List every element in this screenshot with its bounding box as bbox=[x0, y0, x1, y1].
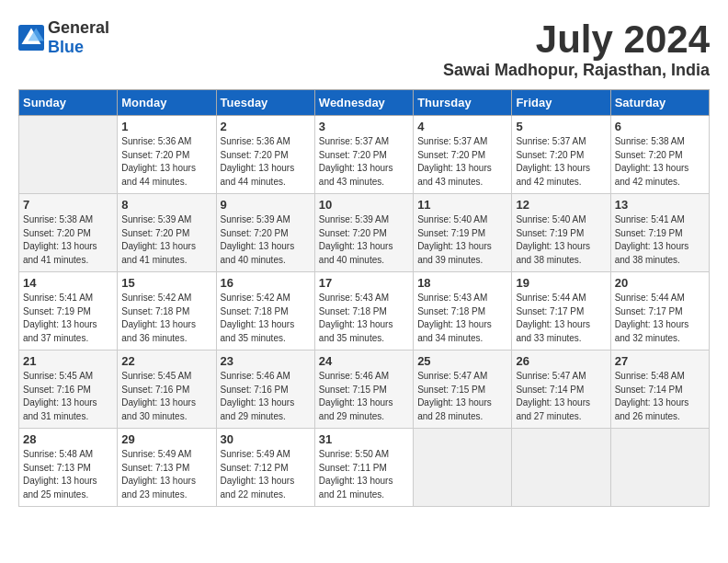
day-number: 26 bbox=[516, 354, 606, 368]
calendar-cell: 30Sunrise: 5:49 AMSunset: 7:12 PMDayligh… bbox=[216, 429, 314, 507]
weekday-header-thursday: Thursday bbox=[414, 90, 512, 116]
calendar-cell: 31Sunrise: 5:50 AMSunset: 7:11 PMDayligh… bbox=[314, 429, 413, 507]
calendar-cell: 12Sunrise: 5:40 AMSunset: 7:19 PMDayligh… bbox=[512, 194, 610, 272]
day-info: Sunrise: 5:41 AMSunset: 7:19 PMDaylight:… bbox=[615, 213, 705, 267]
week-row-5: 28Sunrise: 5:48 AMSunset: 7:13 PMDayligh… bbox=[19, 429, 710, 507]
day-info: Sunrise: 5:39 AMSunset: 7:20 PMDaylight:… bbox=[221, 213, 311, 267]
day-info: Sunrise: 5:50 AMSunset: 7:11 PMDaylight:… bbox=[319, 448, 409, 501]
weekday-header-monday: Monday bbox=[118, 90, 216, 116]
day-info: Sunrise: 5:47 AMSunset: 7:14 PMDaylight:… bbox=[516, 370, 606, 423]
logo-general: General bbox=[48, 18, 109, 37]
day-info: Sunrise: 5:42 AMSunset: 7:18 PMDaylight:… bbox=[121, 292, 211, 345]
day-number: 5 bbox=[516, 120, 606, 133]
day-number: 29 bbox=[121, 432, 211, 446]
logo: General Blue bbox=[18, 18, 109, 57]
calendar-cell: 3Sunrise: 5:37 AMSunset: 7:20 PMDaylight… bbox=[314, 116, 413, 194]
day-info: Sunrise: 5:48 AMSunset: 7:14 PMDaylight:… bbox=[615, 370, 705, 423]
day-number: 8 bbox=[121, 198, 211, 212]
day-info: Sunrise: 5:43 AMSunset: 7:18 PMDaylight:… bbox=[319, 292, 409, 345]
day-info: Sunrise: 5:36 AMSunset: 7:20 PMDaylight:… bbox=[221, 135, 311, 189]
weekday-header-saturday: Saturday bbox=[610, 90, 709, 116]
calendar-cell: 19Sunrise: 5:44 AMSunset: 7:17 PMDayligh… bbox=[512, 272, 610, 350]
day-number: 14 bbox=[23, 276, 113, 290]
calendar-cell: 2Sunrise: 5:36 AMSunset: 7:20 PMDaylight… bbox=[216, 116, 314, 194]
day-number: 18 bbox=[417, 276, 507, 290]
day-number: 7 bbox=[23, 198, 113, 212]
calendar-cell: 27Sunrise: 5:48 AMSunset: 7:14 PMDayligh… bbox=[610, 350, 709, 429]
calendar-cell: 28Sunrise: 5:48 AMSunset: 7:13 PMDayligh… bbox=[19, 429, 118, 507]
calendar-cell: 18Sunrise: 5:43 AMSunset: 7:18 PMDayligh… bbox=[414, 272, 512, 350]
calendar-cell: 15Sunrise: 5:42 AMSunset: 7:18 PMDayligh… bbox=[118, 272, 216, 350]
day-number: 3 bbox=[319, 120, 409, 133]
day-number: 4 bbox=[417, 120, 507, 133]
weekday-header-wednesday: Wednesday bbox=[314, 90, 413, 116]
day-info: Sunrise: 5:45 AMSunset: 7:16 PMDaylight:… bbox=[121, 370, 211, 423]
day-number: 30 bbox=[221, 432, 311, 446]
calendar-cell: 21Sunrise: 5:45 AMSunset: 7:16 PMDayligh… bbox=[19, 350, 118, 429]
weekday-header-tuesday: Tuesday bbox=[216, 90, 314, 116]
day-info: Sunrise: 5:40 AMSunset: 7:19 PMDaylight:… bbox=[417, 213, 507, 267]
calendar-cell: 9Sunrise: 5:39 AMSunset: 7:20 PMDaylight… bbox=[216, 194, 314, 272]
calendar-cell: 4Sunrise: 5:37 AMSunset: 7:20 PMDaylight… bbox=[414, 116, 512, 194]
logo-blue: Blue bbox=[48, 38, 84, 56]
day-number: 21 bbox=[23, 354, 113, 368]
day-info: Sunrise: 5:40 AMSunset: 7:19 PMDaylight:… bbox=[516, 213, 606, 267]
calendar-cell: 20Sunrise: 5:44 AMSunset: 7:17 PMDayligh… bbox=[610, 272, 709, 350]
logo-icon bbox=[18, 25, 44, 51]
day-info: Sunrise: 5:41 AMSunset: 7:19 PMDaylight:… bbox=[23, 292, 113, 345]
page-header: General Blue July 2024 Sawai Madhopur, R… bbox=[18, 18, 710, 80]
day-info: Sunrise: 5:37 AMSunset: 7:20 PMDaylight:… bbox=[516, 135, 606, 189]
day-number: 20 bbox=[615, 276, 705, 290]
day-number: 9 bbox=[221, 198, 311, 212]
week-row-4: 21Sunrise: 5:45 AMSunset: 7:16 PMDayligh… bbox=[19, 350, 710, 429]
day-number: 24 bbox=[319, 354, 409, 368]
calendar-cell: 13Sunrise: 5:41 AMSunset: 7:19 PMDayligh… bbox=[610, 194, 709, 272]
day-number: 27 bbox=[615, 354, 705, 368]
calendar-cell: 6Sunrise: 5:38 AMSunset: 7:20 PMDaylight… bbox=[610, 116, 709, 194]
day-info: Sunrise: 5:42 AMSunset: 7:18 PMDaylight:… bbox=[221, 292, 311, 345]
day-info: Sunrise: 5:36 AMSunset: 7:20 PMDaylight:… bbox=[121, 135, 211, 189]
calendar-cell: 1Sunrise: 5:36 AMSunset: 7:20 PMDaylight… bbox=[118, 116, 216, 194]
calendar-cell: 5Sunrise: 5:37 AMSunset: 7:20 PMDaylight… bbox=[512, 116, 610, 194]
day-info: Sunrise: 5:43 AMSunset: 7:18 PMDaylight:… bbox=[417, 292, 507, 345]
day-number: 31 bbox=[319, 432, 409, 446]
calendar-cell: 10Sunrise: 5:39 AMSunset: 7:20 PMDayligh… bbox=[314, 194, 413, 272]
calendar-cell: 17Sunrise: 5:43 AMSunset: 7:18 PMDayligh… bbox=[314, 272, 413, 350]
calendar-table: SundayMondayTuesdayWednesdayThursdayFrid… bbox=[18, 89, 710, 507]
calendar-cell: 23Sunrise: 5:46 AMSunset: 7:16 PMDayligh… bbox=[216, 350, 314, 429]
weekday-header-sunday: Sunday bbox=[19, 90, 118, 116]
day-number: 2 bbox=[221, 120, 311, 133]
day-info: Sunrise: 5:44 AMSunset: 7:17 PMDaylight:… bbox=[516, 292, 606, 345]
day-info: Sunrise: 5:45 AMSunset: 7:16 PMDaylight:… bbox=[23, 370, 113, 423]
day-info: Sunrise: 5:44 AMSunset: 7:17 PMDaylight:… bbox=[615, 292, 705, 345]
month-title: July 2024 bbox=[443, 18, 710, 61]
day-number: 10 bbox=[319, 198, 409, 212]
day-number: 16 bbox=[221, 276, 311, 290]
logo-text: General Blue bbox=[48, 18, 109, 57]
calendar-cell bbox=[512, 429, 610, 507]
calendar-cell bbox=[19, 116, 118, 194]
week-row-1: 1Sunrise: 5:36 AMSunset: 7:20 PMDaylight… bbox=[19, 116, 710, 194]
day-info: Sunrise: 5:49 AMSunset: 7:13 PMDaylight:… bbox=[121, 448, 211, 501]
day-info: Sunrise: 5:39 AMSunset: 7:20 PMDaylight:… bbox=[319, 213, 409, 267]
day-number: 25 bbox=[417, 354, 507, 368]
calendar-cell: 22Sunrise: 5:45 AMSunset: 7:16 PMDayligh… bbox=[118, 350, 216, 429]
day-info: Sunrise: 5:38 AMSunset: 7:20 PMDaylight:… bbox=[615, 135, 705, 189]
day-number: 22 bbox=[121, 354, 211, 368]
weekday-header-row: SundayMondayTuesdayWednesdayThursdayFrid… bbox=[19, 90, 710, 116]
day-info: Sunrise: 5:37 AMSunset: 7:20 PMDaylight:… bbox=[417, 135, 507, 189]
day-number: 6 bbox=[615, 120, 705, 133]
calendar-cell: 11Sunrise: 5:40 AMSunset: 7:19 PMDayligh… bbox=[414, 194, 512, 272]
calendar-cell: 16Sunrise: 5:42 AMSunset: 7:18 PMDayligh… bbox=[216, 272, 314, 350]
day-number: 15 bbox=[121, 276, 211, 290]
calendar-cell: 7Sunrise: 5:38 AMSunset: 7:20 PMDaylight… bbox=[19, 194, 118, 272]
day-info: Sunrise: 5:38 AMSunset: 7:20 PMDaylight:… bbox=[23, 213, 113, 267]
calendar-cell: 8Sunrise: 5:39 AMSunset: 7:20 PMDaylight… bbox=[118, 194, 216, 272]
day-info: Sunrise: 5:37 AMSunset: 7:20 PMDaylight:… bbox=[319, 135, 409, 189]
calendar-cell bbox=[610, 429, 709, 507]
week-row-3: 14Sunrise: 5:41 AMSunset: 7:19 PMDayligh… bbox=[19, 272, 710, 350]
day-info: Sunrise: 5:46 AMSunset: 7:15 PMDaylight:… bbox=[319, 370, 409, 423]
day-number: 13 bbox=[615, 198, 705, 212]
day-info: Sunrise: 5:48 AMSunset: 7:13 PMDaylight:… bbox=[23, 448, 113, 501]
day-number: 1 bbox=[121, 120, 211, 133]
